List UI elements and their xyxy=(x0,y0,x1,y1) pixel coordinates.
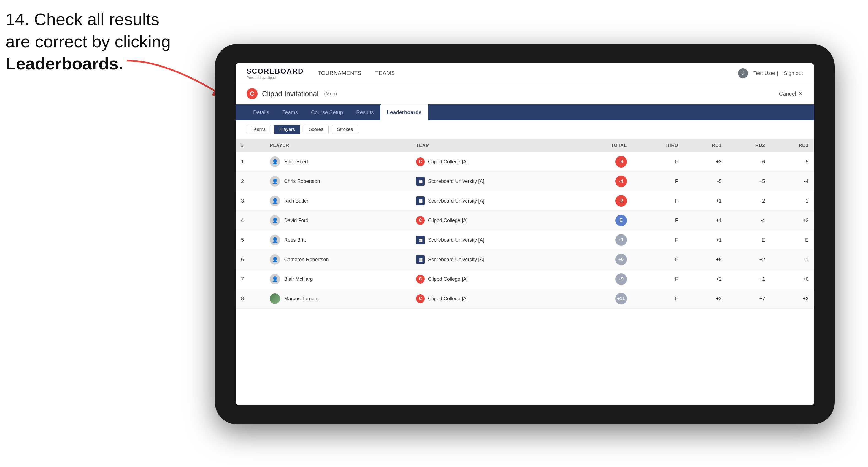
team-cell: CClippd College [A] xyxy=(410,211,576,230)
team-icon: ▦ xyxy=(416,236,425,244)
player-cell: 👤David Ford xyxy=(264,211,410,230)
cancel-label: Cancel xyxy=(779,91,796,97)
user-name: Test User | xyxy=(753,70,778,76)
rank-cell: 1 xyxy=(236,152,264,172)
score-badge: +1 xyxy=(615,234,627,246)
rd3-cell: -1 xyxy=(771,191,814,211)
player-cell: 👤Rich Butler xyxy=(264,191,410,211)
rank-cell: 5 xyxy=(236,230,264,250)
player-avatar: 👤 xyxy=(270,156,280,167)
player-name: Rees Britt xyxy=(284,237,306,243)
rd1-cell: +5 xyxy=(684,250,727,270)
tab-details[interactable]: Details xyxy=(247,104,276,120)
close-icon: ✕ xyxy=(798,90,803,97)
player-name: Blair McHarg xyxy=(284,276,313,282)
nav-items: TOURNAMENTS TEAMS xyxy=(318,69,738,77)
total-cell: +6 xyxy=(576,250,632,270)
total-cell: E xyxy=(576,211,632,230)
tournament-icon: C xyxy=(247,88,257,99)
table-row: 6👤Cameron Robertson▦Scoreboard Universit… xyxy=(236,250,814,270)
results-table: # PLAYER TEAM TOTAL THRU RD1 RD2 RD3 1👤E… xyxy=(236,139,814,309)
team-cell: CClippd College [A] xyxy=(410,152,576,172)
team-name: Scoreboard University [A] xyxy=(428,237,484,243)
team-cell: CClippd College [A] xyxy=(410,289,576,309)
rank-cell: 7 xyxy=(236,270,264,289)
col-rank: # xyxy=(236,139,264,152)
total-cell: +9 xyxy=(576,270,632,289)
filter-strokes-button[interactable]: Strokes xyxy=(332,125,359,134)
rd2-cell: -4 xyxy=(727,211,771,230)
team-name: Clippd College [A] xyxy=(428,276,468,282)
rd2-cell: +5 xyxy=(727,172,771,191)
tab-results[interactable]: Results xyxy=(349,104,380,120)
rank-cell: 6 xyxy=(236,250,264,270)
rd1-cell: +2 xyxy=(684,270,727,289)
player-name: Cameron Robertson xyxy=(284,257,329,262)
tablet-frame: SCOREBOARD Powered by clippd TOURNAMENTS… xyxy=(215,44,835,424)
table-row: 4👤David FordCClippd College [A]EF+1-4+3 xyxy=(236,211,814,230)
rd2-cell: +2 xyxy=(727,250,771,270)
player-cell: 👤Elliot Ebert xyxy=(264,152,410,172)
sign-out-link[interactable]: Sign out xyxy=(784,70,803,76)
score-badge: -2 xyxy=(615,195,627,207)
nav-tournaments[interactable]: TOURNAMENTS xyxy=(318,69,362,77)
player-name: Chris Robertson xyxy=(284,179,320,184)
col-player: PLAYER xyxy=(264,139,410,152)
rank-cell: 4 xyxy=(236,211,264,230)
table-row: 7👤Blair McHargCClippd College [A]+9F+2+1… xyxy=(236,270,814,289)
player-avatar: 👤 xyxy=(270,274,280,284)
instruction-text: 14. Check all results are correct by cli… xyxy=(5,8,171,75)
rd2-cell: E xyxy=(727,230,771,250)
thru-cell: F xyxy=(632,152,684,172)
logo-sub: Powered by clippd xyxy=(247,75,304,80)
nav-teams[interactable]: TEAMS xyxy=(375,69,395,77)
rd3-cell: -5 xyxy=(771,152,814,172)
table-row: 8Marcus TurnersCClippd College [A]+11F+2… xyxy=(236,289,814,309)
leaderboard-table: # PLAYER TEAM TOTAL THRU RD1 RD2 RD3 1👤E… xyxy=(236,139,814,405)
nav-right: U Test User | Sign out xyxy=(738,68,803,78)
rd3-cell: +2 xyxy=(771,289,814,309)
tablet-screen: SCOREBOARD Powered by clippd TOURNAMENTS… xyxy=(236,63,814,405)
logo-area: SCOREBOARD Powered by clippd xyxy=(247,67,304,80)
user-avatar: U xyxy=(738,68,748,78)
team-name: Scoreboard University [A] xyxy=(428,257,484,262)
team-icon: C xyxy=(416,294,425,303)
table-row: 3👤Rich Butler▦Scoreboard University [A]-… xyxy=(236,191,814,211)
cancel-button[interactable]: Cancel ✕ xyxy=(779,90,803,97)
table-row: 5👤Rees Britt▦Scoreboard University [A]+1… xyxy=(236,230,814,250)
col-team: TEAM xyxy=(410,139,576,152)
team-icon: C xyxy=(416,216,425,225)
player-avatar: 👤 xyxy=(270,235,280,245)
team-name: Clippd College [A] xyxy=(428,218,468,223)
player-name: Elliot Ebert xyxy=(284,159,308,165)
rd1-cell: +3 xyxy=(684,152,727,172)
thru-cell: F xyxy=(632,211,684,230)
tab-leaderboards[interactable]: Leaderboards xyxy=(380,104,428,120)
thru-cell: F xyxy=(632,172,684,191)
player-avatar: 👤 xyxy=(270,196,280,206)
filter-teams-button[interactable]: Teams xyxy=(247,125,271,134)
filter-scores-button[interactable]: Scores xyxy=(304,125,329,134)
filter-bar: Teams Players Scores Strokes xyxy=(236,120,814,139)
player-name: Marcus Turners xyxy=(284,296,318,302)
thru-cell: F xyxy=(632,191,684,211)
rd3-cell: +6 xyxy=(771,270,814,289)
rd3-cell: E xyxy=(771,230,814,250)
instruction-line1: 14. Check all results xyxy=(5,10,159,29)
table-row: 2👤Chris Robertson▦Scoreboard University … xyxy=(236,172,814,191)
player-name: David Ford xyxy=(284,218,308,223)
total-cell: -4 xyxy=(576,172,632,191)
rd1-cell: +2 xyxy=(684,289,727,309)
score-badge: +6 xyxy=(615,254,627,265)
rd1-cell: +1 xyxy=(684,230,727,250)
filter-players-button[interactable]: Players xyxy=(274,125,300,134)
rank-cell: 8 xyxy=(236,289,264,309)
tab-course-setup[interactable]: Course Setup xyxy=(304,104,349,120)
tournament-subtitle: (Men) xyxy=(324,91,337,97)
team-icon: ▦ xyxy=(416,196,425,205)
team-cell: ▦Scoreboard University [A] xyxy=(410,230,576,250)
tab-teams[interactable]: Teams xyxy=(276,104,304,120)
team-cell: ▦Scoreboard University [A] xyxy=(410,191,576,211)
col-rd1: RD1 xyxy=(684,139,727,152)
rd3-cell: -1 xyxy=(771,250,814,270)
